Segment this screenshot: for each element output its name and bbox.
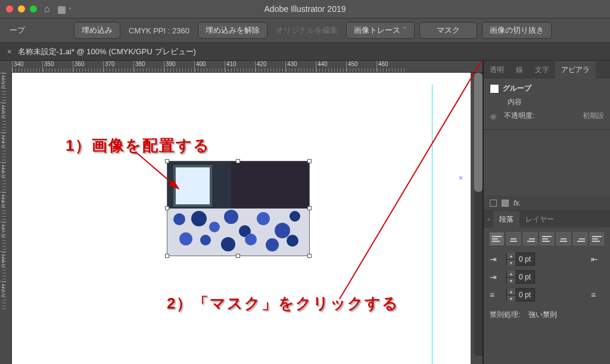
mask-button[interactable]: マスク bbox=[419, 22, 477, 39]
fx-icon[interactable]: fx. bbox=[513, 199, 521, 207]
tab-appearance[interactable]: アピアラ bbox=[555, 61, 596, 79]
image-trace-button[interactable]: 画像トレース˅ bbox=[346, 22, 415, 39]
object-group-label: グループ bbox=[503, 83, 531, 94]
stepper-down-icon[interactable]: ▼ bbox=[507, 259, 515, 266]
first-line-indent-value: 0 pt bbox=[515, 273, 534, 281]
selection-handle[interactable] bbox=[236, 159, 240, 163]
home-icon[interactable]: ⌂ bbox=[44, 4, 50, 14]
annotation-arrow-2 bbox=[334, 61, 483, 305]
crop-image-button[interactable]: 画像の切り抜き bbox=[482, 22, 552, 39]
new-fill-icon[interactable] bbox=[490, 200, 497, 207]
ruler-tick: 270 bbox=[0, 222, 6, 251]
tab-paragraph[interactable]: 段落 bbox=[493, 211, 519, 228]
tab-transparency[interactable]: 透明 bbox=[484, 61, 510, 79]
artboard[interactable]: × bbox=[12, 73, 471, 364]
ruler-tick: 350 bbox=[42, 61, 73, 72]
ruler-tick: 290 bbox=[0, 281, 6, 311]
unembed-button[interactable]: 埋め込みを解除 bbox=[198, 22, 267, 39]
annotation-1: 1）画像を配置する bbox=[66, 135, 210, 156]
kinsoku-row: 禁則処理: 強い禁則 bbox=[484, 307, 610, 322]
vertical-scrollbar[interactable] bbox=[474, 73, 483, 356]
stepper-up-icon[interactable]: ▲ bbox=[507, 270, 515, 277]
appearance-panel: グループ 内容 ◉ 不透明度: 初期設 bbox=[484, 79, 610, 130]
image-content bbox=[167, 161, 309, 256]
stepper-down-icon[interactable]: ▼ bbox=[507, 295, 515, 301]
space-before-icon: ≡ bbox=[490, 290, 503, 300]
justify-all-button[interactable] bbox=[590, 232, 604, 245]
titlebar: ⌂ ▦ ˅ Adobe Illustrator 2019 bbox=[0, 0, 610, 18]
new-stroke-icon[interactable] bbox=[502, 200, 509, 207]
justify-left-button[interactable] bbox=[540, 232, 554, 245]
close-window-icon[interactable] bbox=[6, 5, 13, 13]
selection-handle[interactable] bbox=[307, 206, 312, 210]
ruler-tick: 450 bbox=[346, 61, 376, 72]
stepper-up-icon[interactable]: ▲ bbox=[507, 253, 515, 259]
annotation-2: 2）「マスク」をクリックする bbox=[167, 293, 399, 314]
minimize-window-icon[interactable] bbox=[18, 5, 25, 13]
selection-handle[interactable] bbox=[236, 254, 240, 258]
document-tab[interactable]: × 名称未設定-1.ai* @ 100% (CMYK/GPU プレビュー) bbox=[0, 43, 610, 61]
embed-button[interactable]: 埋め込み bbox=[74, 22, 120, 39]
contents-label[interactable]: 内容 bbox=[508, 97, 522, 107]
ruler-tick: 390 bbox=[164, 61, 194, 72]
ruler-tick: 400 bbox=[194, 61, 225, 72]
align-center-button[interactable] bbox=[506, 232, 521, 245]
color-ppi-label: CMYK PPI : 2360 bbox=[125, 26, 193, 35]
align-left-button[interactable] bbox=[490, 232, 504, 245]
document-tab-label: 名称未設定-1.ai* @ 100% (CMYK/GPU プレビュー) bbox=[18, 46, 196, 57]
fill-swatch[interactable] bbox=[490, 84, 499, 94]
selection-handle[interactable] bbox=[307, 254, 312, 258]
ruler-tick: 220 bbox=[0, 73, 6, 102]
horizontal-ruler: 340 350 360 370 380 390 400 410 420 430 … bbox=[12, 61, 483, 73]
ruler-tick: 420 bbox=[255, 61, 285, 72]
first-line-indent-icon: ⇥ bbox=[490, 272, 503, 282]
kinsoku-value[interactable]: 強い禁則 bbox=[528, 310, 557, 320]
ruler-tick: 250 bbox=[0, 162, 6, 192]
workspace-switcher-icon[interactable]: ▦ ˅ bbox=[57, 4, 71, 15]
ruler-tick: 440 bbox=[316, 61, 346, 72]
justify-center-button[interactable] bbox=[556, 232, 571, 245]
tab-layers[interactable]: レイヤー bbox=[519, 211, 560, 228]
chevron-down-icon[interactable]: ˅ bbox=[403, 26, 407, 35]
ruler-tick: 430 bbox=[285, 61, 316, 72]
panel-toggle-icon[interactable]: ◦ bbox=[484, 215, 493, 223]
kinsoku-label: 禁則処理: bbox=[490, 310, 520, 320]
space-before-input[interactable]: ▲▼ 0 pt bbox=[506, 288, 535, 301]
close-tab-icon[interactable]: × bbox=[7, 47, 12, 56]
ruler-tick: 280 bbox=[0, 251, 6, 281]
selection-handle[interactable] bbox=[165, 254, 169, 258]
ruler-tick: 360 bbox=[73, 61, 103, 72]
paragraph-panel-tabs: ◦ 段落 レイヤー bbox=[484, 211, 610, 228]
first-line-indent-input[interactable]: ▲▼ 0 pt bbox=[506, 270, 535, 284]
window-controls bbox=[6, 5, 37, 13]
ruler-tick: 260 bbox=[0, 192, 6, 222]
effects-toolbar: fx. bbox=[484, 195, 610, 211]
stepper-up-icon[interactable]: ▲ bbox=[507, 288, 515, 295]
opacity-value[interactable]: 初期設 bbox=[583, 111, 604, 121]
indent-left-input[interactable]: ▲▼ 0 pt bbox=[506, 253, 535, 266]
tab-character[interactable]: 文字 bbox=[529, 61, 555, 79]
ruler-tick: 410 bbox=[225, 61, 255, 72]
anchor-point-icon: × bbox=[459, 174, 463, 182]
image-trace-label: 画像トレース bbox=[354, 26, 400, 35]
scrollbar-thumb[interactable] bbox=[474, 73, 483, 192]
canvas-area[interactable]: 340 350 360 370 380 390 400 410 420 430 … bbox=[0, 61, 483, 364]
appearance-panel-tabs: 透明 線 文字 アピアラ bbox=[484, 61, 610, 79]
indent-left-icon: ⇥ bbox=[490, 254, 503, 264]
maximize-window-icon[interactable] bbox=[30, 5, 37, 13]
ruler-tick: 240 bbox=[0, 132, 6, 162]
tab-stroke[interactable]: 線 bbox=[510, 61, 529, 79]
placed-image[interactable] bbox=[167, 161, 310, 256]
selection-handle[interactable] bbox=[165, 159, 169, 163]
edit-original-button: オリジナルを編集 bbox=[272, 25, 341, 36]
stepper-down-icon[interactable]: ▼ bbox=[507, 277, 515, 284]
align-right-button[interactable] bbox=[523, 232, 537, 245]
visibility-icon[interactable]: ◉ bbox=[490, 111, 500, 121]
guide-line[interactable] bbox=[432, 85, 432, 364]
selection-handle[interactable] bbox=[165, 206, 169, 210]
ruler-tick: 380 bbox=[133, 61, 164, 72]
app-title: Adobe Illustrator 2019 bbox=[264, 4, 346, 14]
selection-handle[interactable] bbox=[307, 159, 312, 163]
indent-left-value: 0 pt bbox=[515, 255, 534, 263]
justify-right-button[interactable] bbox=[573, 232, 587, 245]
